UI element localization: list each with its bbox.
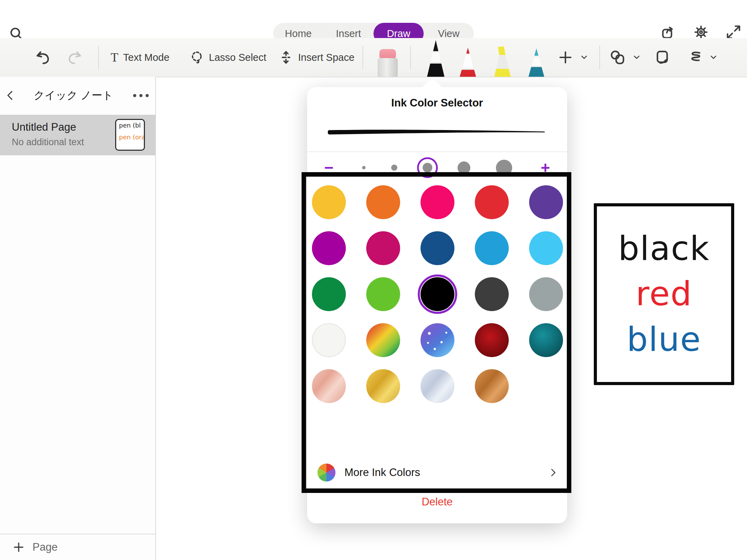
stroke-width-dot-2[interactable]: [391, 165, 397, 171]
swatch-raspberry[interactable]: [366, 231, 400, 265]
back-chevron-icon[interactable]: [0, 90, 21, 101]
swatch-galaxy[interactable]: [421, 323, 454, 357]
text-mode-icon: T: [111, 51, 118, 64]
chevron-down-icon: [710, 54, 717, 61]
plus-icon: [557, 49, 573, 65]
top-bar: Home Insert Draw View: [0, 0, 747, 38]
ink-word-red: red: [597, 276, 731, 312]
stroke-width-increase-button[interactable]: +: [537, 160, 553, 176]
chevron-down-icon: [580, 54, 588, 61]
popup-title: Ink Color Selector: [307, 97, 567, 109]
toolbar-divider: [599, 46, 600, 69]
page-list-sidebar: クイック ノート Untitled Page No additional tex…: [0, 77, 156, 560]
chevron-right-icon: [548, 468, 558, 477]
swatch-dark-gray[interactable]: [475, 277, 509, 311]
swatch-white[interactable]: [312, 323, 346, 357]
add-page-button[interactable]: Page: [0, 534, 155, 560]
popup-divider: [320, 489, 555, 489]
swatch-sky-blue[interactable]: [529, 231, 563, 265]
toolbar-divider: [98, 46, 99, 69]
color-wheel-icon: [317, 464, 335, 482]
lasso-select-button[interactable]: Lasso Select: [190, 38, 266, 77]
stroke-width-selector: − +: [321, 152, 553, 183]
swatch-yellow[interactable]: [312, 185, 346, 219]
swatch-gold[interactable]: [366, 369, 400, 403]
page-list-item[interactable]: Untitled Page No additional text pen (bl…: [0, 115, 155, 155]
add-pen-button[interactable]: [557, 38, 588, 77]
scribble-icon: [686, 49, 703, 66]
page-thumbnail: pen (blpen (ora: [115, 119, 145, 151]
swatch-rose-gold[interactable]: [312, 369, 346, 403]
insert-space-icon: [279, 50, 293, 65]
undo-button[interactable]: [35, 38, 51, 77]
redo-button[interactable]: [66, 38, 83, 77]
insert-space-button[interactable]: Insert Space: [279, 38, 354, 77]
swatch-dark-blue[interactable]: [421, 231, 454, 265]
stroke-width-decrease-button[interactable]: −: [321, 160, 337, 176]
swatch-teal-texture[interactable]: [529, 323, 563, 357]
swatch-orange[interactable]: [366, 185, 400, 219]
more-options-icon[interactable]: [126, 94, 155, 97]
shapes-button[interactable]: [609, 38, 640, 77]
sidebar-header: クイック ノート: [0, 83, 155, 108]
insert-space-label: Insert Space: [298, 52, 354, 63]
page-title: Untitled Page: [12, 121, 76, 133]
swatch-pink[interactable]: [421, 185, 454, 219]
swatch-green[interactable]: [312, 277, 346, 311]
teal-galaxy-pen-tool[interactable]: [526, 48, 547, 77]
swatch-black[interactable]: [421, 277, 454, 311]
stroke-preview: [328, 128, 546, 137]
text-mode-button[interactable]: T Text Mode: [111, 38, 169, 77]
ink-options-button[interactable]: [686, 38, 717, 77]
swatch-bronze[interactable]: [475, 369, 509, 403]
swatch-blue[interactable]: [475, 231, 509, 265]
stroke-width-dot-1[interactable]: [362, 166, 366, 169]
notebook-title: クイック ノート: [21, 88, 126, 103]
convert-ink-button[interactable]: [654, 38, 671, 77]
more-ink-colors-row[interactable]: More Ink Colors: [307, 459, 567, 486]
stroke-width-dot-4[interactable]: [458, 161, 470, 174]
delete-pen-button[interactable]: Delete: [307, 496, 567, 508]
lasso-select-label: Lasso Select: [209, 52, 266, 63]
toolbar-divider: [410, 46, 411, 69]
swatch-gray[interactable]: [529, 277, 563, 311]
stroke-width-dot-3[interactable]: [423, 163, 432, 172]
swatch-red[interactable]: [475, 185, 509, 219]
chevron-down-icon: [633, 54, 640, 61]
eraser-body: [378, 58, 398, 77]
yellow-highlighter-tool[interactable]: [491, 46, 514, 77]
page-with-pen-icon: [654, 49, 671, 66]
swatch-magenta[interactable]: [312, 231, 346, 265]
swatch-dark-red-texture[interactable]: [475, 323, 509, 357]
black-pen-tool[interactable]: [424, 40, 447, 77]
swatch-purple[interactable]: [529, 185, 563, 219]
ink-word-black: black: [597, 231, 731, 267]
onenote-app: Home Insert Draw View: [0, 0, 747, 560]
plus-icon: [12, 541, 25, 553]
more-ink-colors-label: More Ink Colors: [344, 466, 548, 479]
text-mode-label: Text Mode: [123, 52, 169, 63]
ink-word-blue: blue: [597, 321, 731, 358]
add-page-label: Page: [33, 541, 57, 553]
eraser-tool[interactable]: [378, 49, 398, 77]
swatch-light-green[interactable]: [366, 277, 400, 311]
red-pen-tool[interactable]: [457, 48, 479, 77]
color-swatch-grid: [312, 179, 563, 409]
page-subtitle: No additional text: [12, 137, 84, 148]
draw-toolbar: T Text Mode Lasso Select Insert Space: [0, 38, 747, 77]
swatch-silver[interactable]: [421, 369, 454, 403]
ink-color-selector-popup: Ink Color Selector − + More Ink Colors D…: [307, 87, 567, 523]
stroke-width-dot-5[interactable]: [496, 160, 512, 176]
swatch-rainbow-glitter[interactable]: [366, 323, 400, 357]
thumbnail-line-1: pen (bl: [119, 122, 142, 129]
thumbnail-line-2: pen (ora: [119, 134, 142, 141]
shapes-icon: [609, 49, 626, 66]
lasso-icon: [190, 50, 204, 65]
handwritten-ink-box: blackredblue: [594, 203, 734, 385]
popup-pointer: [422, 78, 443, 87]
toolbar-divider: [362, 46, 363, 69]
